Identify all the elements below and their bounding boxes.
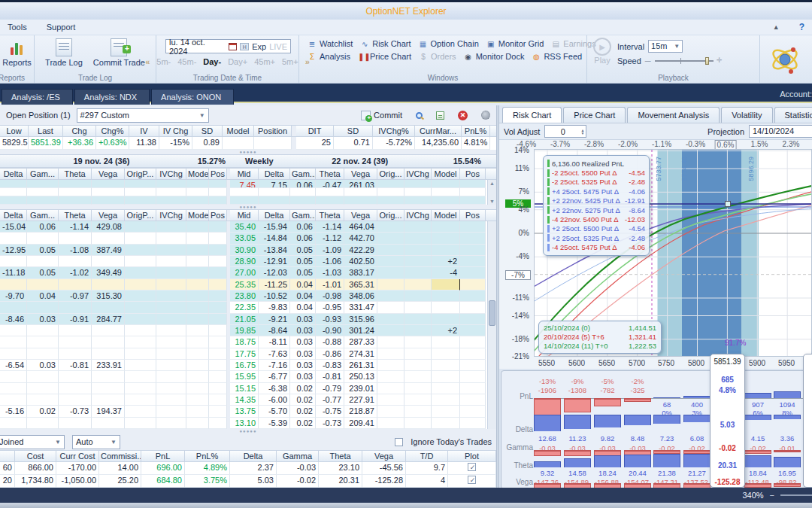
- option-cell[interactable]: [209, 302, 227, 313]
- option-cell[interactable]: 233.91: [92, 360, 125, 371]
- option-cell[interactable]: [377, 267, 404, 278]
- option-cell[interactable]: -1.02: [59, 267, 92, 278]
- option-cell[interactable]: 0.03: [290, 314, 316, 325]
- option-cell[interactable]: [404, 188, 432, 196]
- option-cell[interactable]: 0.02: [290, 418, 316, 429]
- option-cell[interactable]: [125, 406, 156, 417]
- option-cell[interactable]: -0.73: [316, 418, 344, 429]
- option-cell[interactable]: -0.77: [316, 394, 344, 406]
- projection-date-input[interactable]: 14/10/2024: [749, 125, 812, 138]
- option-cell[interactable]: [316, 196, 344, 205]
- option-cell[interactable]: [156, 256, 186, 267]
- option-cell[interactable]: [27, 196, 59, 205]
- market-value[interactable]: 25: [296, 137, 334, 150]
- option-cell[interactable]: [125, 291, 156, 302]
- option-cell[interactable]: -0.73: [59, 406, 92, 417]
- market-value[interactable]: +0.63%: [96, 137, 129, 150]
- option-cell[interactable]: [125, 279, 156, 291]
- option-cell[interactable]: [460, 279, 486, 291]
- tab-analysis---es[interactable]: Analysis: /ES: [2, 89, 73, 105]
- option-cell[interactable]: [432, 221, 460, 233]
- export-grid-icon[interactable]: [436, 111, 444, 120]
- option-cell[interactable]: [92, 180, 125, 188]
- option-cell[interactable]: -0.83: [316, 360, 344, 371]
- option-cell[interactable]: [59, 336, 92, 348]
- option-cell[interactable]: 0.04: [290, 291, 316, 302]
- nav-45m+[interactable]: 45m+: [254, 57, 275, 66]
- column-header[interactable]: Theta: [316, 210, 344, 221]
- option-cell[interactable]: 0.05: [27, 245, 59, 256]
- option-cell[interactable]: [460, 348, 486, 360]
- option-cell[interactable]: 0.03: [27, 360, 59, 371]
- option-cell[interactable]: [92, 418, 125, 429]
- option-cell[interactable]: [209, 188, 227, 196]
- option-cell[interactable]: [0, 325, 27, 336]
- option-cell[interactable]: [404, 383, 432, 394]
- zoom-out-icon[interactable]: −: [770, 491, 774, 500]
- plot-checkbox[interactable]: [468, 463, 476, 471]
- option-cell[interactable]: -7.16: [259, 360, 290, 371]
- option-cell[interactable]: [377, 302, 404, 313]
- scroll-down-icon[interactable]: ▼: [488, 199, 496, 204]
- option-cell[interactable]: [209, 360, 227, 371]
- option-cell[interactable]: [59, 418, 92, 429]
- option-cell[interactable]: [432, 180, 460, 188]
- option-cell[interactable]: +2: [432, 256, 460, 267]
- option-cell[interactable]: [27, 188, 59, 196]
- option-cell[interactable]: 287.33: [344, 336, 377, 348]
- close-position-icon[interactable]: ✕: [458, 111, 468, 120]
- option-cell[interactable]: 0.03: [27, 314, 59, 325]
- column-header[interactable]: Orig...: [377, 210, 404, 221]
- option-cell[interactable]: -1.12: [316, 233, 344, 244]
- history-icon[interactable]: H: [240, 43, 249, 50]
- option-cell[interactable]: [404, 291, 432, 302]
- option-cell[interactable]: -0.75: [316, 406, 344, 417]
- option-cell[interactable]: -9.21: [259, 314, 290, 325]
- option-cell[interactable]: [0, 180, 27, 188]
- join-mode-select[interactable]: Joined▼: [0, 435, 65, 449]
- option-cell[interactable]: -8.11: [259, 336, 290, 348]
- option-row[interactable]: 7.457.150.06-0.47261.03: [0, 180, 487, 188]
- option-cell[interactable]: -12.91: [259, 256, 290, 267]
- option-cell[interactable]: [125, 325, 156, 336]
- option-cell[interactable]: [460, 418, 486, 429]
- option-cell[interactable]: [209, 418, 227, 429]
- option-cell[interactable]: [156, 302, 186, 313]
- option-row[interactable]: 15.15-6.380.02-0.79239.01: [0, 383, 487, 394]
- option-cell[interactable]: [0, 302, 27, 313]
- column-header[interactable]: Model: [432, 210, 460, 221]
- option-cell[interactable]: [209, 267, 227, 278]
- option-cell[interactable]: [460, 406, 486, 417]
- option-cell[interactable]: 7.45: [230, 180, 259, 188]
- option-cell[interactable]: [377, 383, 404, 394]
- option-cell[interactable]: -0.86: [316, 348, 344, 360]
- column-header[interactable]: Theta: [59, 169, 92, 179]
- option-cell[interactable]: [125, 418, 156, 429]
- option-cell[interactable]: [156, 406, 186, 417]
- search-icon[interactable]: [416, 112, 423, 119]
- option-row[interactable]: 14.35-6.000.02-0.77227.91: [0, 394, 487, 406]
- trading-date-field[interactable]: lu. 14 oct. 2024 H Exp LIVE: [165, 39, 291, 53]
- option-row[interactable]: 33.05-14.840.06-1.12442.70: [0, 233, 487, 244]
- option-cell[interactable]: [460, 196, 486, 205]
- rss-feed-toggle[interactable]: ◍RSS Feed: [529, 51, 584, 62]
- commit-trade-button[interactable]: + Commit Trade: [90, 38, 148, 68]
- option-row[interactable]: -12.950.05-1.08387.4930.90-13.840.05-1.0…: [0, 245, 487, 256]
- option-cell[interactable]: [230, 196, 259, 205]
- option-cell[interactable]: [27, 256, 59, 267]
- option-cell[interactable]: 0.02: [27, 406, 59, 417]
- option-cell[interactable]: -6.00: [259, 394, 290, 406]
- strategy-select[interactable]: #297 Custom▼: [77, 108, 209, 123]
- option-row[interactable]: 13.10-5.390.02-0.73209.41: [0, 418, 487, 429]
- option-cell[interactable]: [186, 180, 209, 188]
- option-cell[interactable]: [404, 180, 432, 188]
- option-cell[interactable]: [186, 302, 209, 313]
- option-cell[interactable]: [404, 267, 432, 278]
- option-cell[interactable]: 0.03: [290, 360, 316, 371]
- vol-adjust-spinner[interactable]: 0 ▲▼: [544, 125, 586, 138]
- option-cell[interactable]: [316, 188, 344, 196]
- option-cell[interactable]: 0.05: [290, 256, 316, 267]
- option-cell[interactable]: [209, 394, 227, 406]
- nav-45m-[interactable]: 45m-: [177, 57, 196, 66]
- column-header[interactable]: Pos: [460, 169, 486, 179]
